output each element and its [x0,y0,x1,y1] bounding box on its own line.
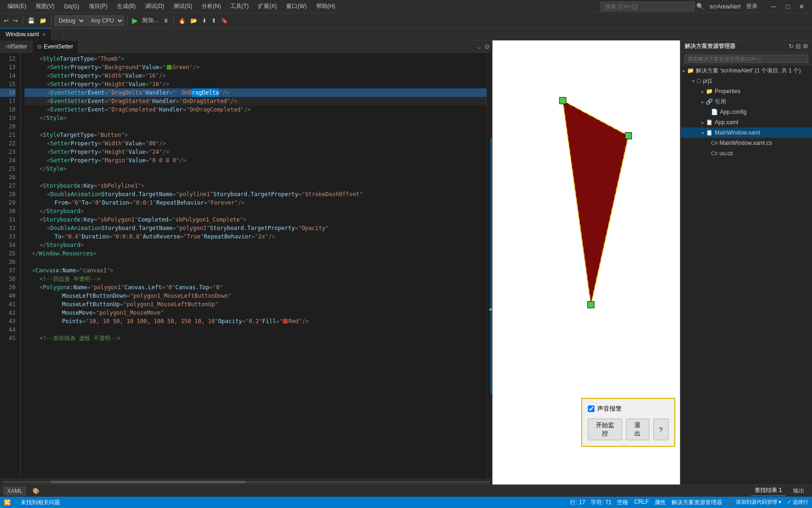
editor-collapse-icon[interactable]: ⌄ [476,43,482,50]
minimize-button[interactable]: ─ [767,0,780,13]
toolbar-undo[interactable]: ↩ [2,15,10,27]
menu-analyze[interactable]: 分析(N) [198,1,225,12]
dialog-buttons: 开始监控 退出 ? [588,419,669,440]
code-line-36 [24,258,486,266]
code-line-23: <Setter Property="Height" Value="24" /> [24,148,486,156]
bottom-tab-xaml[interactable]: XAML [4,487,26,495]
warning-text: 未找到相关问题 [21,499,60,506]
editor-settings-icon[interactable]: ⚙ [484,43,490,50]
code-line-44 [24,325,486,334]
tree-properties[interactable]: ▸ 📁 Properties [681,86,812,96]
add-source-control-label[interactable]: ➕ 添加到源代码管理 ▾ [728,499,781,507]
solution-expand-icon: ▸ [683,68,685,73]
sync-icon[interactable]: ↻ [789,43,794,50]
tab-empty[interactable] [52,28,63,40]
debug-mode-select[interactable]: Debug [55,16,86,26]
toolbar-misc2[interactable]: 📂 [188,15,199,27]
dialog-checkbox[interactable] [588,405,594,412]
window-controls: ─ □ ✕ [767,0,808,13]
maximize-button[interactable]: □ [781,0,794,13]
attach-button[interactable]: 附加... [141,15,160,27]
select-ok-label[interactable]: ✓ 选择行 [787,499,808,507]
property-tab-label[interactable]: 属性 [655,499,666,507]
menu-help[interactable]: 帮助(H) [312,1,339,12]
code-line-38: <!--四边形 半透明--> [24,275,486,283]
help-button[interactable]: ? [653,419,669,440]
project-expand-icon: ▾ [692,79,695,84]
menu-build[interactable]: 生成(B) [113,1,140,12]
menu-git[interactable]: Git(G) [60,2,83,11]
status-check-icon: ✓ [15,499,19,506]
dialog: 声音报警 开始监控 退出 ? [581,398,675,447]
tree-mainwindow-cs[interactable]: C# MainWindow.xaml.cs [681,138,812,148]
ref-expand-icon: ▸ [702,99,704,104]
spaces-indicator: 空格 [617,499,628,507]
menu-extensions[interactable]: 扩展(X) [254,1,281,12]
exit-button[interactable]: 退出 [626,419,649,440]
menu-test[interactable]: 测试(S) [170,1,196,12]
menu-project[interactable]: 项目(P) [85,1,111,12]
toolbar-redo[interactable]: ↪ [11,15,20,27]
tab-close-icon[interactable]: ✕ [42,32,46,37]
uu-cs-icon: C# [711,151,718,156]
line-ending-indicator: CRLF [634,499,648,507]
h-scroll-thumb[interactable] [51,481,246,484]
tree-app-xaml[interactable]: ▸ 📋 App.xaml [681,117,812,127]
tree-mainwindow-xaml[interactable]: ▾ 📋 MainWindow.xaml [681,127,812,138]
code-line-42: MouseMove="polygon1_MouseMove" [24,309,486,317]
global-search-input[interactable] [601,2,695,11]
polygon-shape[interactable] [563,101,629,305]
close-button[interactable]: ✕ [795,0,808,13]
bottom-tab-design[interactable]: 🎨 [30,487,42,495]
menu-debug[interactable]: 调试(D) [141,1,168,12]
handle-top[interactable] [560,97,566,104]
mainwindow-cs-icon: C# [711,140,718,146]
output-tab[interactable]: 输出 [789,486,808,496]
row-indicator: 行: 17 [570,499,585,507]
col-indicator: 字符: 71 [591,499,611,507]
menu-edit[interactable]: 编辑(E) [4,1,30,12]
toolbar-misc1[interactable]: 🔥 [177,15,187,27]
tab-window-xaml[interactable]: Window.xaml ✕ [0,28,52,40]
menu-bar: 编辑(E) 视图(V) Git(G) 项目(P) 生成(B) 调试(D) 测试(… [0,0,812,13]
toolbar-misc4[interactable]: ⬆ [210,15,218,27]
find-results-tab[interactable]: 查找结果 1 [751,485,786,496]
code-line-24: <Setter Property="Margin" Value="0 0 8 0… [24,156,486,165]
run-button[interactable]: ▶ [130,16,140,25]
menu-tools[interactable]: 工具(T) [226,1,252,12]
toolbar-bookmark[interactable]: 🔖 [219,15,230,27]
project-icon: ⬡ [696,78,701,84]
h-scroll-track [2,481,490,484]
h-scrollbar[interactable] [0,479,492,484]
code-line-18: <EventSetter Event="DragCompleted" Handl… [24,105,486,114]
start-monitor-button[interactable]: 开始监控 [588,419,622,440]
mainwindow-xaml-label: MainWindow.xaml [715,129,760,136]
app-config-file-icon: 📄 [711,109,718,115]
settings-icon[interactable]: ⚙ [803,43,808,50]
solution-tab-label[interactable]: 解决方案资源管理器 [671,499,722,507]
solution-search-input[interactable] [685,55,808,63]
tree-uu-cs[interactable]: C# uu.cs [681,148,812,159]
login-label[interactable]: 登录 [742,1,761,12]
pause-button[interactable]: ⏸ [161,15,171,27]
dialog-title: 声音报警 [588,405,669,413]
code-line-31: <Storyboard x:Key="sbPolygon1" Completed… [24,215,486,224]
toolbar-misc3[interactable]: ⬇ [200,15,209,27]
handle-bottom[interactable] [587,302,594,308]
toolbar-open[interactable]: 📁 [38,15,48,27]
platform-select[interactable]: Any CPU [86,16,124,26]
tree-app-config[interactable]: 📄 App.config [681,107,812,117]
properties-folder-icon: 📁 [706,88,713,95]
toolbar-save[interactable]: 💾 [26,15,37,27]
solution-root[interactable]: ▸ 📁 解决方案 'scrAreaAlert' (1 个项目, 共 1 个) [681,65,812,76]
menu-window[interactable]: 窗口(W) [282,1,310,12]
handle-right[interactable] [625,133,632,139]
tree-references[interactable]: ▸ 🔗 引用 [681,96,812,107]
editor-tab-infsetter[interactable]: ↑nfSetter [0,40,32,53]
menu-view[interactable]: 视图(V) [32,1,58,12]
editor-tab-eventsetter[interactable]: ⊙ EventSetter [32,40,78,53]
code-area[interactable]: <Style TargetType="Thumb"> <Setter Prope… [21,53,486,479]
collapse-all-icon[interactable]: ⊟ [796,43,801,50]
uu-cs-label: uu.cs [719,150,733,157]
tree-project[interactable]: ▾ ⬡ prj1 [681,76,812,86]
